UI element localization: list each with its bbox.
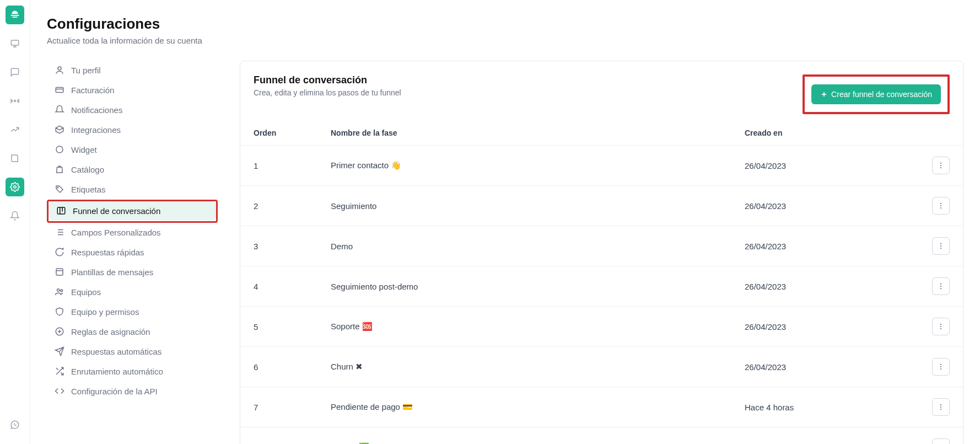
cell-order: 1 — [240, 146, 317, 186]
cell-created: Hace 8 horas — [731, 427, 919, 445]
settings-item-notifications[interactable]: Notificaciones — [47, 100, 218, 119]
svg-rect-8 — [56, 269, 63, 275]
dots-vertical-icon — [937, 403, 945, 411]
settings-item-custom-fields[interactable]: Campos Personalizados — [47, 223, 218, 242]
bell-icon — [55, 105, 64, 115]
settings-item-quick-replies[interactable]: Respuestas rápidas — [47, 243, 218, 261]
cell-order: 4 — [240, 266, 317, 307]
dots-vertical-icon — [937, 162, 945, 169]
panel-subtitle: Crea, edita y elimina los pasos de tu fu… — [254, 88, 401, 97]
rail-trending-icon[interactable] — [6, 120, 24, 139]
svg-point-19 — [940, 245, 941, 247]
highlight-funnel: Funnel de conversación — [47, 200, 218, 223]
send-icon — [55, 346, 64, 356]
settings-item-billing[interactable]: Facturación — [47, 81, 218, 99]
svg-point-21 — [940, 283, 941, 285]
rail-bell-icon[interactable] — [6, 206, 24, 225]
svg-point-10 — [61, 290, 63, 292]
svg-point-1 — [14, 100, 16, 102]
rail-book-icon[interactable] — [6, 149, 24, 168]
settings-item-auto-routing[interactable]: Enrutamiento automático — [47, 362, 218, 381]
table-row: 5Soporte 🆘26/04/2023 — [240, 307, 963, 347]
create-funnel-button[interactable]: Crear funnel de conversación — [811, 84, 941, 104]
row-actions-button[interactable] — [932, 157, 950, 174]
row-actions-button[interactable] — [932, 398, 950, 416]
settings-item-label: Plantillas de mensajes — [71, 268, 153, 277]
cell-name: Pendiente de pago 💳 — [317, 387, 731, 427]
svg-point-14 — [940, 167, 941, 168]
table-row: 4Seguimiento post-demo26/04/2023 — [240, 266, 963, 307]
svg-point-13 — [940, 165, 941, 166]
rail-broadcast-icon[interactable] — [6, 92, 24, 110]
left-rail — [0, 0, 30, 444]
col-name-header: Nombre de la fase — [317, 123, 731, 146]
svg-point-29 — [940, 368, 941, 370]
settings-item-label: Funnel de conversación — [73, 206, 160, 216]
settings-item-integrations[interactable]: Integraciones — [47, 120, 218, 139]
settings-item-label: Reglas de asignación — [71, 327, 150, 336]
svg-point-25 — [940, 326, 941, 327]
svg-point-20 — [940, 248, 941, 249]
app-logo — [6, 6, 24, 24]
kanban-icon — [56, 206, 66, 216]
cell-name: Churn ✖ — [317, 347, 731, 387]
settings-item-tags[interactable]: Etiquetas — [47, 180, 218, 199]
settings-item-catalog[interactable]: Catálogo — [47, 160, 218, 179]
settings-item-assignment-rules[interactable]: Reglas de asignación — [47, 322, 218, 341]
rail-monitor-icon[interactable] — [6, 34, 24, 53]
highlight-create-button: Crear funnel de conversación — [803, 74, 950, 114]
rail-whatsapp-icon[interactable] — [6, 415, 24, 434]
settings-item-funnel[interactable]: Funnel de conversación — [49, 201, 216, 220]
svg-point-18 — [940, 243, 941, 244]
settings-item-profile[interactable]: Tu perfil — [47, 61, 218, 79]
cell-order: 7 — [240, 387, 317, 427]
settings-item-label: Respuestas automáticas — [71, 347, 161, 356]
svg-point-5 — [56, 146, 63, 153]
users-icon — [55, 287, 64, 297]
settings-item-templates[interactable]: Plantillas de mensajes — [47, 263, 218, 281]
table-row: 7Pendiente de pago 💳Hace 4 horas — [240, 387, 963, 427]
svg-point-23 — [940, 288, 941, 289]
settings-item-label: Catálogo — [71, 165, 104, 174]
cell-name: Soporte 🆘 — [317, 307, 731, 347]
dots-vertical-icon — [937, 242, 945, 250]
row-actions-button[interactable] — [932, 318, 950, 335]
svg-rect-0 — [11, 40, 19, 45]
row-actions-button[interactable] — [932, 237, 950, 255]
user-icon — [55, 65, 64, 75]
cell-name: Demo — [317, 226, 731, 266]
table-row: 8Cliente ✅Hace 8 horas — [240, 427, 963, 445]
settings-item-label: Notificaciones — [71, 105, 122, 115]
tag-icon — [55, 184, 64, 194]
svg-point-17 — [940, 207, 941, 208]
svg-point-15 — [940, 203, 941, 204]
row-actions-button[interactable] — [932, 438, 950, 444]
settings-nav: Tu perfil Facturación Notificaciones Int… — [47, 61, 218, 444]
cell-created: 26/04/2023 — [731, 146, 919, 186]
settings-item-api[interactable]: Configuración de la API — [47, 382, 218, 400]
svg-point-32 — [940, 409, 941, 410]
settings-item-label: Facturación — [71, 85, 114, 95]
cell-created: 26/04/2023 — [731, 347, 919, 387]
row-actions-button[interactable] — [932, 358, 950, 376]
table-row: 1Primer contacto 👋26/04/2023 — [240, 146, 963, 186]
svg-point-26 — [940, 328, 941, 329]
dots-vertical-icon — [937, 363, 945, 371]
svg-point-9 — [57, 289, 60, 292]
rail-settings-icon[interactable] — [6, 178, 24, 196]
row-actions-button[interactable] — [932, 277, 950, 295]
svg-rect-7 — [57, 207, 65, 214]
shield-icon — [55, 307, 64, 317]
settings-item-widget[interactable]: Widget — [47, 140, 218, 159]
cell-created: 26/04/2023 — [731, 226, 919, 266]
rail-chat-icon[interactable] — [6, 63, 24, 82]
cell-name: Seguimiento — [317, 186, 731, 226]
row-actions-button[interactable] — [932, 197, 950, 215]
cell-order: 3 — [240, 226, 317, 266]
settings-item-team-permissions[interactable]: Equipo y permisos — [47, 302, 218, 321]
funnel-table: Orden Nombre de la fase Creado en 1Prime… — [240, 123, 963, 444]
settings-item-teams[interactable]: Equipos — [47, 282, 218, 301]
settings-item-label: Configuración de la API — [71, 387, 158, 396]
svg-point-3 — [58, 67, 61, 70]
settings-item-auto-replies[interactable]: Respuestas automáticas — [47, 342, 218, 361]
